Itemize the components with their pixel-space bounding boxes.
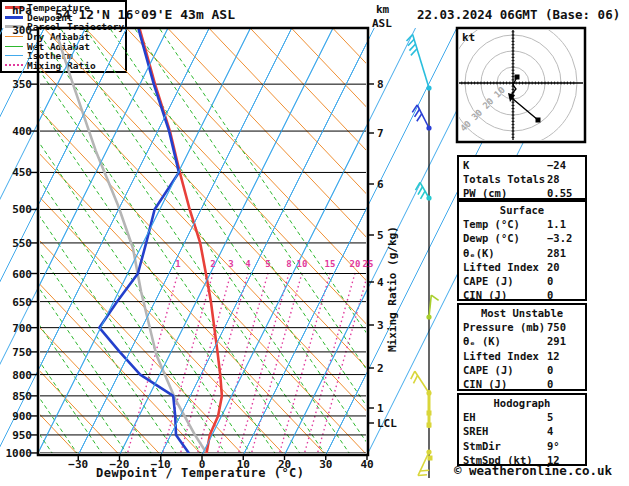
stats-row: Dewp (°C)−3.2 xyxy=(459,231,585,245)
stat-value: 0.55 xyxy=(547,186,572,200)
stats-row: CAPE (J)0 xyxy=(459,363,585,377)
stat-value: −24 xyxy=(547,158,566,172)
stats-row: θₑ (K)291 xyxy=(459,334,585,348)
stat-label: Lifted Index xyxy=(463,349,539,363)
pressure-tick-label: 600 xyxy=(4,268,32,281)
pressure-tick-label: 900 xyxy=(4,410,32,423)
stat-label: CAPE (J) xyxy=(463,363,514,377)
pressure-tick-label: 700 xyxy=(4,322,32,335)
asl-axis-label: ASL xyxy=(372,17,392,30)
stat-value: 28 xyxy=(547,172,560,186)
stat-value: 291 xyxy=(547,334,566,348)
stats-row: Lifted Index20 xyxy=(459,260,585,274)
stats-row: Pressure (mb)750 xyxy=(459,320,585,334)
km-axis-label: km xyxy=(376,3,389,16)
stats-box: HodographEH5SREH4StmDir9°StmSpd (kt)12 xyxy=(457,393,587,466)
stats-section-title: Hodograph xyxy=(459,396,585,410)
temperature-tick-label: −30 xyxy=(61,458,95,471)
stat-value: 9° xyxy=(547,439,560,453)
stats-box: SurfaceTemp (°C)1.1Dewp (°C)−3.2θₑ(K)281… xyxy=(457,200,587,301)
stat-value: 0 xyxy=(547,363,553,377)
km-tick-label: 1 xyxy=(377,402,384,415)
stats-row: PW (cm)0.55 xyxy=(459,186,585,200)
stat-label: θₑ(K) xyxy=(463,246,495,260)
stats-box: Most UnstablePressure (mb)750θₑ (K)291Li… xyxy=(457,303,587,391)
stats-row: θₑ(K)281 xyxy=(459,246,585,260)
stat-value: 0 xyxy=(547,377,553,391)
stats-row: Lifted Index12 xyxy=(459,349,585,363)
stat-label: EH xyxy=(463,410,476,424)
stats-box: K−24Totals Totals28PW (cm)0.55 xyxy=(457,155,587,200)
stats-row: K−24 xyxy=(459,158,585,172)
pressure-tick-label: 850 xyxy=(4,390,32,403)
temperature-tick-label: 10 xyxy=(226,458,260,471)
stat-value: 281 xyxy=(547,246,566,260)
pressure-tick-label: 300 xyxy=(4,24,32,37)
pressure-axis-unit: hPa xyxy=(12,4,32,17)
stat-value: 0 xyxy=(547,288,553,302)
stat-value: −3.2 xyxy=(547,231,572,245)
stats-row: StmDir9° xyxy=(459,439,585,453)
pressure-tick-label: 550 xyxy=(4,237,32,250)
mixing-ratio-label: 2 xyxy=(210,259,215,269)
stat-value: 12 xyxy=(547,453,560,467)
stats-row: SREH4 xyxy=(459,424,585,438)
mixing-ratio-label: 3 xyxy=(228,259,233,269)
mixing-ratio-label: 5 xyxy=(265,259,270,269)
stat-label: PW (cm) xyxy=(463,186,507,200)
stat-label: CIN (J) xyxy=(463,288,507,302)
mixing-ratio-label: 20 xyxy=(350,259,361,269)
stat-label: CIN (J) xyxy=(463,377,507,391)
stat-label: K xyxy=(463,158,469,172)
temperature-tick-label: 40 xyxy=(350,458,384,471)
temperature-tick-label: −20 xyxy=(103,458,137,471)
mixing-ratio-label: 1 xyxy=(175,259,180,269)
datetime-label: 22.03.2024 06GMT (Base: 06) xyxy=(417,7,620,22)
stat-label: StmSpd (kt) xyxy=(463,453,533,467)
km-tick-label: 4 xyxy=(377,276,384,289)
pressure-tick-label: 450 xyxy=(4,166,32,179)
temperature-tick-label: 30 xyxy=(309,458,343,471)
stat-value: 1.1 xyxy=(547,217,566,231)
temperature-tick-label: 0 xyxy=(185,458,219,471)
mixing-ratio-label: 8 xyxy=(286,259,291,269)
pressure-tick-label: 350 xyxy=(4,78,32,91)
skewt-chart-page: 10203040 hPa 54°12'N 16°09'E 43m ASL 22.… xyxy=(0,0,629,486)
stat-label: Temp (°C) xyxy=(463,217,520,231)
pressure-tick-label: 950 xyxy=(4,429,32,442)
stat-label: Pressure (mb) xyxy=(463,320,545,334)
stats-section-title: Most Unstable xyxy=(459,306,585,320)
stats-row: EH5 xyxy=(459,410,585,424)
stat-value: 12 xyxy=(547,349,560,363)
km-tick-label: 2 xyxy=(377,362,384,375)
mixing-ratio-label: 4 xyxy=(245,259,250,269)
mixing-ratio-label: 25 xyxy=(363,259,374,269)
stats-row: CIN (J)0 xyxy=(459,288,585,302)
stat-value: 4 xyxy=(547,424,553,438)
pressure-tick-label: 500 xyxy=(4,203,32,216)
km-tick-label: 8 xyxy=(377,78,384,91)
stat-value: 5 xyxy=(547,410,553,424)
km-tick-label: 7 xyxy=(377,127,384,140)
mixing-ratio-label: 15 xyxy=(325,259,336,269)
stat-label: Dewp (°C) xyxy=(463,231,520,245)
pressure-tick-label: 750 xyxy=(4,346,32,359)
pressure-tick-label: 1000 xyxy=(4,447,32,460)
stats-row: Totals Totals28 xyxy=(459,172,585,186)
stat-label: SREH xyxy=(463,424,488,438)
temperature-tick-label: 20 xyxy=(268,458,302,471)
stat-value: 20 xyxy=(547,260,560,274)
stats-row: CAPE (J)0 xyxy=(459,274,585,288)
stat-label: Totals Totals xyxy=(463,172,545,186)
pressure-tick-label: 800 xyxy=(4,369,32,382)
mixing-ratio-axis-label: Mixing Ratio (g/kg) xyxy=(386,226,399,352)
mixing-ratio-label: 10 xyxy=(297,259,308,269)
lcl-label: LCL xyxy=(377,417,397,430)
km-tick-label: 5 xyxy=(377,229,384,242)
km-tick-label: 3 xyxy=(377,319,384,332)
stat-value: 0 xyxy=(547,274,553,288)
stats-row: Temp (°C)1.1 xyxy=(459,217,585,231)
stats-section-title: Surface xyxy=(459,203,585,217)
km-tick-label: 6 xyxy=(377,178,384,191)
stat-label: StmDir xyxy=(463,439,501,453)
